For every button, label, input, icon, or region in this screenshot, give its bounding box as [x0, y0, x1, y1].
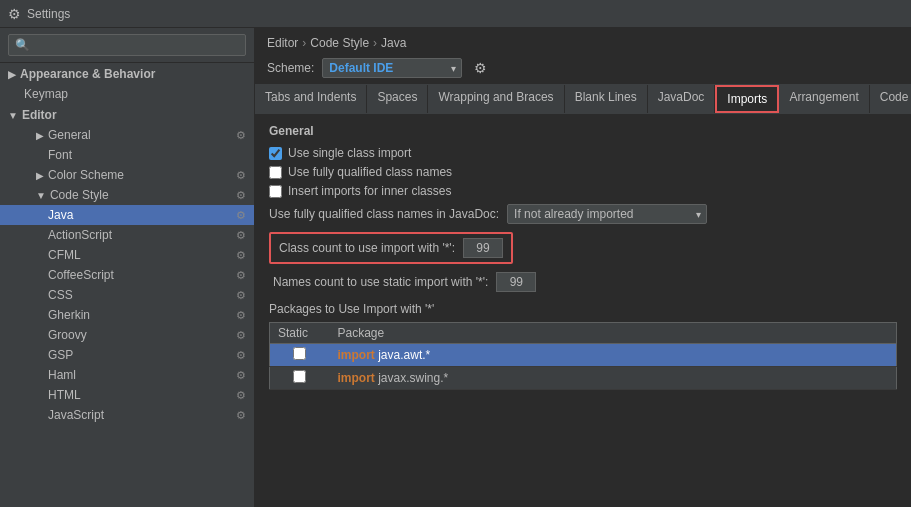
tab-imports[interactable]: Imports [715, 85, 779, 113]
imports-panel: General Use single class import Use full… [255, 114, 911, 507]
sidebar-item-coffeescript[interactable]: CoffeeScript ⚙ [0, 265, 254, 285]
scheme-select-wrapper[interactable]: Default IDE [322, 58, 462, 78]
tab-blank-lines[interactable]: Blank Lines [565, 85, 648, 113]
sidebar-label-editor: Editor [22, 108, 57, 122]
sidebar-item-cfml[interactable]: CFML ⚙ [0, 245, 254, 265]
checkbox-insert-imports[interactable] [269, 185, 282, 198]
settings-icon-coffee: ⚙ [236, 269, 246, 282]
qualified-select-wrapper[interactable]: If not already imported Always Never [507, 204, 707, 224]
sidebar-item-general[interactable]: ▶ General ⚙ [0, 125, 254, 145]
checkbox-row-single-class: Use single class import [269, 146, 897, 160]
col-header-package: Package [330, 323, 897, 344]
general-section-title: General [269, 124, 897, 138]
sidebar-label-general: General [48, 128, 91, 142]
sidebar-item-gsp[interactable]: GSP ⚙ [0, 345, 254, 365]
sidebar-label-groovy: Groovy [48, 328, 87, 342]
sidebar-label-gsp: GSP [48, 348, 73, 362]
sidebar-item-haml[interactable]: Haml ⚙ [0, 365, 254, 385]
settings-icon-groovy: ⚙ [236, 329, 246, 342]
breadcrumb: Editor › Code Style › Java [255, 28, 911, 54]
settings-icon-cfml: ⚙ [236, 249, 246, 262]
chevron-right-icon-color: ▶ [36, 170, 44, 181]
checkbox-single-class[interactable] [269, 147, 282, 160]
names-count-label: Names count to use static import with '*… [273, 275, 488, 289]
settings-icon-general: ⚙ [236, 129, 246, 142]
settings-icon-code: ⚙ [236, 189, 246, 202]
import-value-1: java.awt.* [378, 348, 430, 362]
title-bar: ⚙ Settings [0, 0, 911, 28]
sidebar-item-javascript[interactable]: JavaScript ⚙ [0, 405, 254, 425]
class-count-label: Class count to use import with '*': [279, 241, 455, 255]
sidebar-label-html: HTML [48, 388, 81, 402]
search-input[interactable] [8, 34, 246, 56]
settings-icon-html: ⚙ [236, 389, 246, 402]
settings-icon-js: ⚙ [236, 409, 246, 422]
class-count-box: Class count to use import with '*': [269, 232, 513, 264]
sidebar-item-css[interactable]: CSS ⚙ [0, 285, 254, 305]
settings-icon-haml: ⚙ [236, 369, 246, 382]
table-row[interactable]: import java.awt.* [270, 344, 897, 367]
scheme-bar: Scheme: Default IDE ⚙ [255, 54, 911, 85]
col-header-static: Static [270, 323, 330, 344]
sidebar-item-keymap[interactable]: Keymap [0, 84, 254, 104]
scheme-gear-button[interactable]: ⚙ [470, 58, 491, 78]
settings-icon-gsp: ⚙ [236, 349, 246, 362]
qualified-row: Use fully qualified class names in JavaD… [269, 204, 897, 224]
sidebar-item-gherkin[interactable]: Gherkin ⚙ [0, 305, 254, 325]
sidebar-label-keymap: Keymap [24, 87, 68, 101]
settings-icon-java: ⚙ [236, 209, 246, 222]
import-keyword-2: import [338, 371, 375, 385]
sidebar-item-appearance[interactable]: ▶ Appearance & Behavior [0, 63, 254, 84]
sidebar-label-color-scheme: Color Scheme [48, 168, 124, 182]
sidebar-item-color-scheme[interactable]: ▶ Color Scheme ⚙ [0, 165, 254, 185]
chevron-right-icon: ▶ [8, 69, 16, 80]
checkbox-static-1[interactable] [293, 347, 306, 360]
tab-arrangement[interactable]: Arrangement [779, 85, 869, 113]
content-area: Editor › Code Style › Java Scheme: Defau… [255, 28, 911, 507]
sidebar-item-java[interactable]: Java ⚙ [0, 205, 254, 225]
import-keyword-1: import [338, 348, 375, 362]
table-row[interactable]: import javax.swing.* [270, 367, 897, 390]
qualified-label: Use fully qualified class names in JavaD… [269, 207, 499, 221]
checkbox-fully-qualified[interactable] [269, 166, 282, 179]
breadcrumb-editor: Editor [267, 36, 298, 50]
chevron-right-icon-general: ▶ [36, 130, 44, 141]
tab-spaces[interactable]: Spaces [367, 85, 428, 113]
settings-icon-css: ⚙ [236, 289, 246, 302]
sidebar-item-font[interactable]: Font [0, 145, 254, 165]
main-layout: ▶ Appearance & Behavior Keymap ▼ Editor … [0, 28, 911, 507]
class-count-input[interactable] [463, 238, 503, 258]
names-count-row: Names count to use static import with '*… [269, 272, 897, 292]
checkbox-row-fully-qualified: Use fully qualified class names [269, 165, 897, 179]
breadcrumb-code-style: Code Style [310, 36, 369, 50]
sidebar-item-code-style[interactable]: ▼ Code Style ⚙ [0, 185, 254, 205]
chevron-down-icon-code: ▼ [36, 190, 46, 201]
sidebar: ▶ Appearance & Behavior Keymap ▼ Editor … [0, 28, 255, 507]
table-cell-static-2[interactable] [270, 367, 330, 390]
sidebar-item-editor[interactable]: ▼ Editor [0, 104, 254, 125]
tab-wrapping[interactable]: Wrapping and Braces [428, 85, 564, 113]
sidebar-item-groovy[interactable]: Groovy ⚙ [0, 325, 254, 345]
qualified-select[interactable]: If not already imported Always Never [507, 204, 707, 224]
sidebar-label-haml: Haml [48, 368, 76, 382]
scheme-select[interactable]: Default IDE [322, 58, 462, 78]
label-insert-imports[interactable]: Insert imports for inner classes [288, 184, 451, 198]
tab-code-gen[interactable]: Code Genera [870, 85, 911, 113]
label-fully-qualified[interactable]: Use fully qualified class names [288, 165, 452, 179]
table-cell-static-1[interactable] [270, 344, 330, 367]
sidebar-label-appearance: Appearance & Behavior [20, 67, 155, 81]
packages-table: Static Package import ja [269, 322, 897, 390]
label-single-class[interactable]: Use single class import [288, 146, 411, 160]
sidebar-item-actionscript[interactable]: ActionScript ⚙ [0, 225, 254, 245]
names-count-input[interactable] [496, 272, 536, 292]
tab-javadoc[interactable]: JavaDoc [648, 85, 716, 113]
settings-icon-as: ⚙ [236, 229, 246, 242]
sidebar-item-html[interactable]: HTML ⚙ [0, 385, 254, 405]
checkbox-row-insert-imports: Insert imports for inner classes [269, 184, 897, 198]
breadcrumb-arrow-2: › [373, 36, 377, 50]
tab-tabs-indents[interactable]: Tabs and Indents [255, 85, 367, 113]
sidebar-label-actionscript: ActionScript [48, 228, 112, 242]
search-bar[interactable] [0, 28, 254, 63]
checkbox-static-2[interactable] [293, 370, 306, 383]
breadcrumb-arrow-1: › [302, 36, 306, 50]
